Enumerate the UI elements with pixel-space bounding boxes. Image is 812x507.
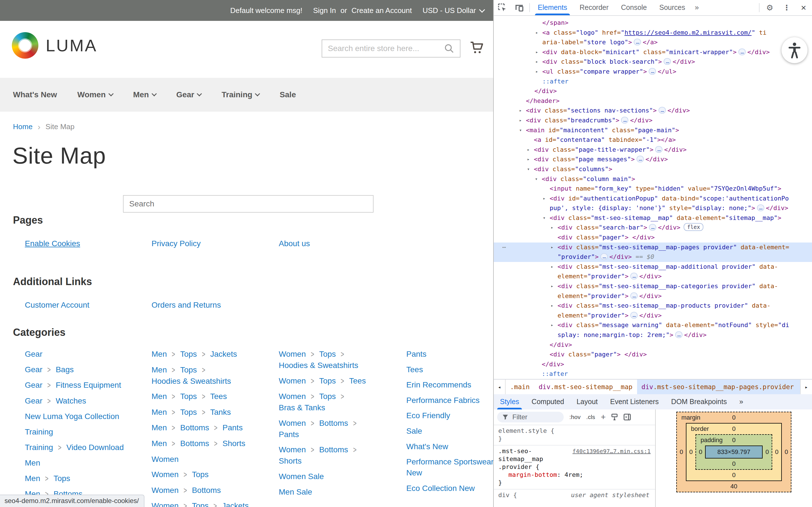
node-options-icon[interactable]: ⋯ [502, 242, 505, 252]
box-model-diagram[interactable]: margin0 0 border0 0 padding0 0 [676, 412, 792, 507]
dom-tree-node[interactable]: ::after [494, 77, 812, 87]
expand-arrow-icon[interactable]: ▾ [519, 125, 522, 135]
category-link[interactable]: Tops [180, 392, 197, 401]
currency-switcher[interactable]: USD - US Dollar [423, 6, 484, 15]
category-link[interactable]: Bottoms [180, 423, 209, 432]
category-link[interactable]: Shorts [223, 439, 246, 448]
inline-expand-icon[interactable]: … [637, 156, 644, 162]
inline-expand-icon[interactable]: … [621, 117, 628, 123]
category-link[interactable]: Tops [319, 350, 336, 358]
elements-crumb[interactable]: div.mst-seo-sitemap__map-pages.provider [637, 380, 800, 394]
dom-tree-node[interactable]: ▸<div class="message warning" data-eleme… [494, 320, 812, 330]
inline-expand-icon[interactable]: … [600, 253, 608, 260]
dom-tree-node[interactable]: element="provider">…</div> [494, 272, 812, 281]
category-link[interactable]: Hoodies & Sweatshirts [152, 377, 231, 386]
category-link[interactable]: Men [152, 408, 167, 416]
dom-tree-node[interactable]: ▾<div class="column main"> [494, 174, 812, 184]
device-toolbar-button[interactable] [511, 0, 528, 15]
category-link[interactable]: Tanks [210, 408, 231, 416]
sidebar-tab-layout[interactable]: Layout [570, 394, 604, 409]
dom-tree-node[interactable]: ⋯▸<div class="mst-seo-sitemap__map-pages… [494, 242, 812, 252]
crumbs-scroll-right-button[interactable]: ▸ [800, 380, 812, 394]
expand-arrow-icon[interactable]: ▾ [543, 213, 546, 223]
inline-expand-icon[interactable]: … [658, 107, 666, 114]
devtools-tab-elements[interactable]: Elements [532, 0, 573, 15]
expand-arrow-icon[interactable]: ▸ [536, 57, 538, 67]
expand-arrow-icon[interactable]: ▸ [536, 28, 538, 38]
category-link[interactable]: Tops [54, 474, 70, 483]
expand-arrow-icon[interactable]: ▸ [551, 223, 553, 233]
sitemap-link[interactable]: Customer Account [25, 300, 90, 309]
expand-arrow-icon[interactable]: ▾ [535, 174, 538, 184]
header-search-input[interactable]: Search entire store here... [322, 40, 461, 58]
inline-expand-icon[interactable]: … [630, 312, 638, 319]
inline-expand-icon[interactable]: … [634, 39, 641, 45]
category-link[interactable]: Women [279, 350, 306, 358]
category-link[interactable]: Eco Collection New [406, 484, 475, 493]
sitemap-link[interactable]: Enable Cookies [25, 239, 80, 248]
category-link[interactable]: Men Sale [279, 488, 312, 496]
dom-tree-node[interactable]: ▸<div class="breadcrumbs">…</div> [494, 116, 812, 125]
category-link[interactable]: Tops [180, 365, 197, 374]
expand-arrow-icon[interactable]: ▸ [519, 106, 522, 116]
category-link[interactable]: Gear [25, 365, 42, 374]
category-link[interactable]: Erin Recommends [406, 380, 471, 389]
dom-tree-node[interactable]: <input name="form_key" type="hidden" val… [494, 184, 812, 194]
category-link[interactable]: New Luma Yoga Collection [25, 412, 119, 421]
dom-tree-node[interactable]: </div> [494, 340, 812, 350]
expand-arrow-icon[interactable]: ▸ [527, 145, 530, 155]
category-link[interactable]: Pants [406, 350, 427, 358]
category-link[interactable]: Video Download [66, 443, 123, 452]
dom-tree-node[interactable]: <a id="contentarea" tabindex="-1"></a> [494, 135, 812, 145]
element-style-rule[interactable]: element.style { } [494, 425, 655, 446]
dom-tree-node[interactable]: ▾<div class="columns"> [494, 164, 812, 174]
dom-tree-node[interactable]: <div class="pager"> </div> [494, 233, 812, 242]
nav-item-women[interactable]: Women [77, 90, 113, 99]
margin-top-value[interactable]: 0 [732, 414, 736, 421]
search-icon[interactable] [444, 44, 454, 54]
category-link[interactable]: Pants [223, 423, 243, 432]
dom-tree-node[interactable]: element="provider">…</div> [494, 311, 812, 321]
expand-arrow-icon[interactable]: ▾ [527, 164, 530, 174]
nav-item-training[interactable]: Training [221, 90, 259, 99]
rendering-emulation-button[interactable] [611, 413, 618, 421]
inline-expand-icon[interactable]: … [757, 205, 764, 211]
create-account-link[interactable]: Create an Account [351, 6, 412, 15]
category-link[interactable]: Eco Friendly [406, 411, 450, 420]
dom-tree-node[interactable]: ▸<div class="page messages">…</div> [494, 155, 812, 164]
breadcrumb-home-link[interactable]: Home [13, 122, 33, 131]
category-link[interactable]: Gear [25, 396, 42, 405]
category-link[interactable]: Gear [25, 381, 42, 389]
dom-tree-node[interactable]: </div> [494, 86, 812, 96]
category-link[interactable]: Gear [25, 350, 42, 358]
dom-tree-node[interactable]: ▸<div data-block="minicart" class="minic… [494, 47, 812, 57]
dom-tree-node[interactable]: element="provider">…</div> [494, 291, 812, 301]
category-link[interactable]: Women [279, 445, 306, 454]
minicart-button[interactable] [470, 41, 484, 57]
padding-bottom-value[interactable]: 0 [732, 460, 736, 467]
category-link[interactable]: Women [152, 486, 178, 495]
category-link[interactable]: Tops [180, 350, 197, 358]
dom-tree-node[interactable]: ▸<div class="mst-seo-sitemap__map-catego… [494, 281, 812, 291]
nav-item-what-s-new[interactable]: What's New [13, 90, 57, 99]
category-link[interactable]: Sale [406, 427, 422, 435]
category-link[interactable]: Tops [192, 501, 209, 507]
category-link[interactable]: Performance Fabrics [406, 396, 480, 405]
expand-arrow-icon[interactable]: ▸ [536, 47, 538, 57]
category-link[interactable]: Women [279, 392, 306, 401]
elements-crumb[interactable]: .main [505, 380, 534, 394]
category-link[interactable]: Bras & Tanks [279, 403, 325, 412]
border-bottom-value[interactable]: 0 [732, 471, 736, 478]
category-link[interactable]: Men [152, 365, 167, 374]
category-link[interactable]: Hoodies & Sweatshirts [279, 361, 358, 370]
inline-expand-icon[interactable]: … [630, 292, 638, 299]
category-link[interactable]: Training [25, 443, 53, 452]
sidebar-tab-event-listeners[interactable]: Event Listeners [604, 394, 665, 409]
category-link[interactable]: Tops [319, 377, 336, 385]
dom-tree-node[interactable]: </header> [494, 96, 812, 106]
margin-left-value[interactable]: 0 [677, 448, 686, 456]
category-link[interactable]: Tops [180, 408, 197, 416]
settings-button[interactable]: ⚙ [761, 0, 778, 15]
category-link[interactable]: Women [152, 470, 178, 479]
sitemap-link[interactable]: Orders and Returns [152, 300, 221, 309]
